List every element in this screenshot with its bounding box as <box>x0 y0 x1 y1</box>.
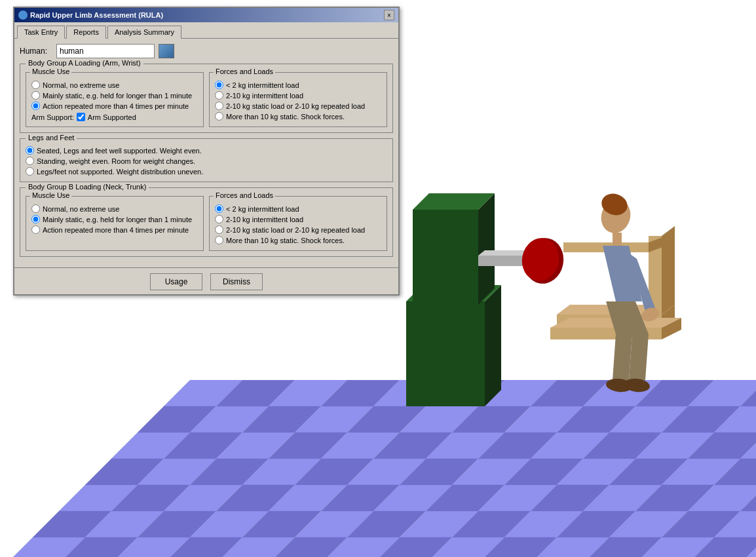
dialog-titlebar: Rapid Upper Limb Assessment (RULA) × <box>14 8 398 22</box>
muscle-use-b-legend: Muscle Use <box>30 191 71 199</box>
legs-feet-option-2: Standing, weight even. Room for weight c… <box>26 157 387 165</box>
body-group-a-inner: Muscle Use Normal, no extreme use Mainly… <box>26 72 387 127</box>
body-group-b: Body Group B Loading (Neck, Trunk) Muscl… <box>20 187 393 257</box>
usage-button[interactable]: Usage <box>150 273 202 290</box>
dialog-title: Rapid Upper Limb Assessment (RULA) <box>18 10 163 20</box>
muscle-use-a-option-2: Mainly static, e.g. held for longer than… <box>31 91 198 100</box>
arm-support-label: Arm Support: <box>31 113 74 121</box>
arm-support-checkbox[interactable] <box>77 113 85 121</box>
forces-loads-b-radio-2[interactable] <box>215 215 223 223</box>
muscle-use-b-option-3: Action repeated more than 4 times per mi… <box>31 225 198 234</box>
legs-feet-radio-2[interactable] <box>26 157 34 165</box>
muscle-use-a-group: Muscle Use Normal, no extreme use Mainly… <box>26 72 204 127</box>
title-icon <box>18 10 28 20</box>
muscle-use-b-option-2: Mainly static, e.g. held for longer than… <box>31 215 198 223</box>
human-picker-button[interactable] <box>159 44 174 58</box>
forces-loads-a-option-4: More than 10 kg static. Shock forces. <box>215 112 381 121</box>
forces-loads-a-option-3: 2-10 kg static load or 2-10 kg repeated … <box>215 102 381 110</box>
body-group-b-inner: Muscle Use Normal, no extreme use Mainly… <box>26 196 387 251</box>
body-group-a: Body Group A Loading (Arm, Wrist) Muscle… <box>20 64 393 133</box>
tab-task-entry[interactable]: Task Entry <box>17 26 65 39</box>
forces-loads-b-option-1: < 2 kg intermittent load <box>215 204 381 213</box>
muscle-use-a-option-1: Normal, no extreme use <box>31 81 198 89</box>
forces-loads-a-group: Forces and Loads < 2 kg intermittent loa… <box>209 72 387 127</box>
muscle-use-a-radio-2[interactable] <box>31 91 40 100</box>
legs-feet-group: Legs and Feet Seated, Legs and feet well… <box>20 138 393 182</box>
muscle-use-b-group: Muscle Use Normal, no extreme use Mainly… <box>26 196 204 251</box>
close-button[interactable]: × <box>384 10 394 20</box>
legs-feet-radio-3[interactable] <box>26 167 34 176</box>
arm-support-row: Arm Support: Arm Supported <box>31 113 198 121</box>
legs-feet-radio-1[interactable] <box>26 146 34 155</box>
forces-loads-a-radio-4[interactable] <box>215 112 223 121</box>
forces-loads-b-radio-1[interactable] <box>215 204 223 213</box>
tab-bar: Task Entry Reports Analysis Summary <box>14 22 398 39</box>
forces-loads-a-option-1: < 2 kg intermittent load <box>215 81 381 89</box>
forces-loads-a-radio-2[interactable] <box>215 91 223 100</box>
forces-loads-b-option-3: 2-10 kg static load or 2-10 kg repeated … <box>215 225 381 234</box>
muscle-use-a-radio-1[interactable] <box>31 81 40 89</box>
tab-reports[interactable]: Reports <box>66 26 106 39</box>
human-label: Human: <box>20 47 52 56</box>
buttons-row: Usage Dismiss <box>14 267 398 294</box>
forces-loads-b-option-2: 2-10 kg intermittent load <box>215 215 381 223</box>
muscle-use-a-legend: Muscle Use <box>30 67 71 75</box>
forces-loads-a-legend: Forces and Loads <box>214 67 275 75</box>
legs-feet-option-1: Seated, Legs and feet well supported. We… <box>26 146 387 155</box>
forces-loads-a-radio-1[interactable] <box>215 81 223 89</box>
forces-loads-b-radio-3[interactable] <box>215 225 223 234</box>
human-input[interactable] <box>56 44 155 58</box>
forces-loads-b-option-4: More than 10 kg static. Shock forces. <box>215 236 381 244</box>
forces-loads-b-group: Forces and Loads < 2 kg intermittent loa… <box>209 196 387 251</box>
forces-loads-b-legend: Forces and Loads <box>214 191 275 199</box>
muscle-use-b-radio-3[interactable] <box>31 225 40 234</box>
arm-support-text: Arm Supported <box>88 113 136 121</box>
muscle-use-a-option-3: Action repeated more than 4 times per mi… <box>31 102 198 110</box>
dialog-title-text: Rapid Upper Limb Assessment (RULA) <box>30 11 163 19</box>
muscle-use-b-radio-1[interactable] <box>31 204 40 213</box>
body-group-b-legend: Body Group B Loading (Neck, Trunk) <box>26 183 149 191</box>
tab-analysis-summary[interactable]: Analysis Summary <box>107 26 181 39</box>
human-row: Human: <box>20 44 393 58</box>
dialog-content: Human: Body Group A Loading (Arm, Wrist)… <box>14 39 398 267</box>
rula-dialog: Rapid Upper Limb Assessment (RULA) × Tas… <box>13 7 400 296</box>
dismiss-button[interactable]: Dismiss <box>210 273 263 290</box>
body-group-a-legend: Body Group A Loading (Arm, Wrist) <box>26 59 143 67</box>
muscle-use-b-radio-2[interactable] <box>31 215 40 223</box>
muscle-use-b-option-1: Normal, no extreme use <box>31 204 198 213</box>
forces-loads-a-radio-3[interactable] <box>215 102 223 110</box>
muscle-use-a-radio-3[interactable] <box>31 102 40 110</box>
legs-feet-legend: Legs and Feet <box>26 134 77 142</box>
forces-loads-b-radio-4[interactable] <box>215 236 223 244</box>
legs-feet-option-3: Legs/feet not supported. Weight distribu… <box>26 167 387 176</box>
forces-loads-a-option-2: 2-10 kg intermittent load <box>215 91 381 100</box>
